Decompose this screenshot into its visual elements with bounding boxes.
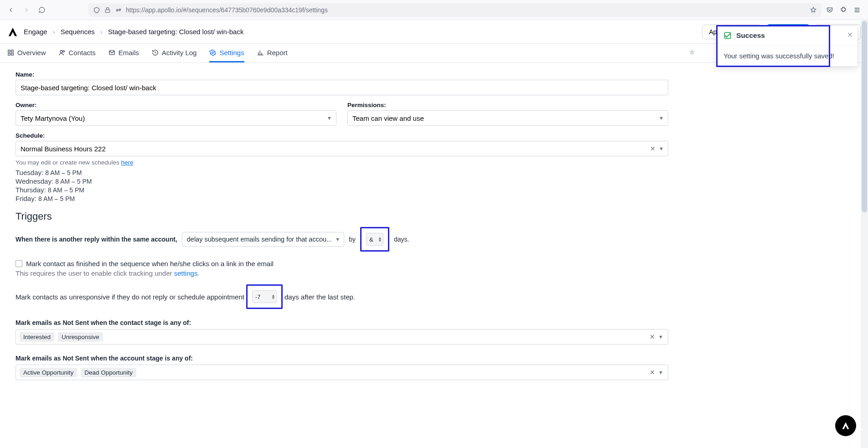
permissions-label: Permissions: (347, 102, 668, 108)
svg-rect-7 (11, 53, 13, 55)
mark-finished-checkbox[interactable] (16, 260, 22, 267)
name-input[interactable] (16, 80, 668, 95)
owner-label: Owner: (16, 102, 336, 108)
tab-report[interactable]: Report (257, 44, 288, 62)
notsent-contact-select[interactable]: Interested Unresponsive ✕ ▼ (16, 329, 668, 345)
days-highlight: & ▲▼ (360, 227, 389, 252)
back-button[interactable] (5, 5, 16, 15)
number-spinner-icon[interactable]: ▲▼ (271, 294, 275, 299)
forward-button[interactable] (21, 5, 32, 15)
reply-prefix: When there is another reply within the s… (16, 236, 177, 243)
svg-point-1 (116, 10, 118, 11)
notsent-account-select[interactable]: Active Opportunity Dead Opportunity ✕ ▼ (16, 365, 668, 380)
schedule-hint: You may edit or create new schedules her… (16, 159, 668, 166)
tag-active-opp[interactable]: Active Opportunity (20, 368, 77, 377)
tag-dead-opp[interactable]: Dead Opportunity (81, 368, 136, 377)
owner-value[interactable] (16, 110, 336, 126)
permissions-select[interactable]: ▼ (347, 110, 668, 126)
scrollbar[interactable] (861, 20, 868, 398)
chart-icon (257, 49, 264, 56)
tag-interested[interactable]: Interested (20, 332, 54, 342)
name-label: Name: (16, 71, 668, 78)
reply-action-select[interactable]: delay subsequent emails sending for that… (182, 232, 344, 247)
apollo-logo[interactable] (7, 26, 18, 37)
by-label: by (349, 236, 356, 243)
favorite-star[interactable] (687, 48, 697, 58)
svg-rect-4 (8, 50, 10, 51)
permissions-value[interactable] (347, 110, 668, 126)
svg-point-11 (212, 51, 214, 53)
caret-down-icon: ▼ (659, 115, 664, 121)
reply-trigger-row: When there is another reply within the s… (16, 227, 668, 252)
delay-days-input[interactable]: & ▲▼ (366, 233, 383, 246)
toast-title: Success (736, 31, 765, 40)
days-suffix: days. (394, 236, 409, 243)
gear-icon (209, 49, 216, 56)
browser-toolbar: https://app.apollo.io/#/sequences/647735… (0, 0, 868, 20)
tag-unresponsive[interactable]: Unresponsive (58, 332, 103, 342)
click-tracking-hint: This requires the user to enable click t… (16, 269, 668, 277)
caret-down-icon: ▼ (335, 237, 340, 242)
url-text: https://app.apollo.io/#/sequences/647735… (126, 6, 328, 14)
unresp-post: days after the last step. (284, 293, 355, 301)
mail-icon (108, 49, 115, 56)
chevron-right-icon: › (100, 28, 103, 36)
extensions-icon[interactable] (840, 6, 847, 14)
url-bar[interactable]: https://app.apollo.io/#/sequences/647735… (88, 3, 822, 17)
shield-icon (93, 6, 100, 14)
success-toast: Success Your setting was successfully sa… (717, 26, 858, 67)
tab-activity[interactable]: Activity Log (152, 44, 197, 62)
tab-emails[interactable]: Emails (108, 44, 139, 62)
svg-rect-5 (11, 50, 13, 51)
triggers-heading: Triggers (16, 211, 668, 222)
svg-rect-6 (8, 53, 10, 55)
tab-contacts[interactable]: Contacts (59, 44, 96, 62)
settings-form: Name: Owner: ▼ Permissions: ▼ Schedule: … (0, 63, 684, 398)
schedule-value[interactable] (16, 141, 668, 156)
notsent-contact-label: Mark emails as Not Sent when the contact… (16, 319, 668, 326)
schedule-select[interactable]: ✕ ▼ (16, 141, 668, 156)
close-icon[interactable]: ✕ (847, 31, 853, 39)
mark-finished-label: Mark contact as finished in the sequence… (26, 260, 274, 268)
unresp-pre: Mark contacts as unresponsive if they do… (16, 293, 244, 301)
people-icon (59, 49, 66, 56)
schedule-hours: Tuesday: 8 AM – 5 PM Wednesday: 8 AM – 5… (16, 169, 668, 202)
clear-icon[interactable]: ✕ (650, 369, 655, 376)
caret-down-icon: ▼ (327, 115, 332, 121)
crumb-sequences[interactable]: Sequences (61, 28, 95, 36)
notsent-account-label: Mark emails as Not Sent when the account… (16, 355, 668, 362)
schedule-label: Schedule: (16, 132, 668, 139)
caret-down-icon: ▼ (658, 370, 663, 375)
owner-select[interactable]: ▼ (16, 110, 336, 126)
tab-settings[interactable]: Settings (209, 44, 244, 62)
tab-overview[interactable]: Overview (7, 44, 46, 62)
toast-body: Your setting was successfully saved! (717, 46, 858, 66)
grid-icon (7, 49, 14, 56)
chevron-right-icon: › (53, 28, 55, 36)
bookmark-star-icon[interactable] (810, 6, 817, 14)
pocket-icon[interactable] (826, 6, 833, 14)
breadcrumb: Engage › Sequences › Stage-based targeti… (24, 28, 243, 36)
unresponsive-row: Mark contacts as unresponsive if they do… (16, 284, 668, 309)
crumb-engage[interactable]: Engage (24, 28, 47, 36)
caret-down-icon: ▼ (658, 334, 663, 340)
unresponsive-days-input[interactable]: -7 ▲▼ (252, 290, 277, 303)
svg-rect-0 (105, 10, 109, 12)
number-spinner-icon[interactable]: ▲▼ (378, 237, 382, 242)
menu-icon[interactable] (853, 6, 861, 14)
history-icon (152, 49, 159, 56)
check-icon (723, 31, 732, 40)
mark-finished-row: Mark contact as finished in the sequence… (16, 260, 668, 268)
reload-button[interactable] (36, 5, 47, 15)
schedules-link[interactable]: here (121, 159, 133, 166)
caret-down-icon: ▼ (659, 146, 664, 151)
unresp-highlight: -7 ▲▼ (246, 284, 283, 309)
svg-point-9 (62, 50, 64, 52)
clear-icon[interactable]: ✕ (650, 333, 655, 340)
lock-icon (104, 6, 111, 14)
svg-point-2 (119, 9, 121, 10)
clear-icon[interactable]: ✕ (650, 145, 656, 152)
settings-link[interactable]: settings (174, 269, 198, 277)
crumb-current: Stage-based targeting: Closed lost/ win-… (108, 28, 244, 36)
scrollbar-thumb[interactable] (862, 21, 867, 212)
